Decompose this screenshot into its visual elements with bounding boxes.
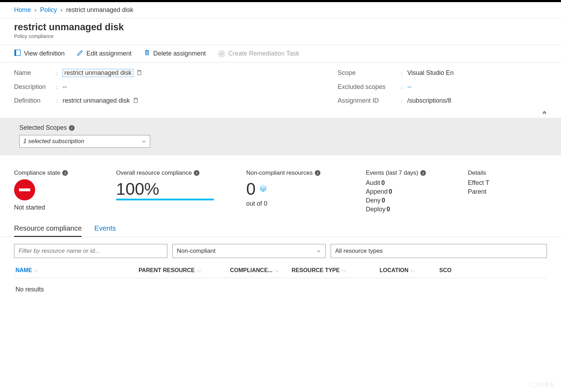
chevron-right-icon: › xyxy=(60,6,63,14)
event-append-count: Append0 xyxy=(366,188,447,195)
copy-icon[interactable] xyxy=(136,70,142,77)
event-audit-count: Audit0 xyxy=(366,179,447,187)
edit-assignment-button[interactable]: Edit assignment xyxy=(77,49,132,58)
view-definition-icon xyxy=(14,49,21,58)
chevron-right-icon: › xyxy=(34,6,37,14)
name-value: restrict unmanaged disk xyxy=(63,69,133,77)
remediation-icon xyxy=(218,50,225,58)
page-header: restrict unmanaged disk Policy complianc… xyxy=(0,18,561,45)
excluded-scopes-label: Excluded scopes xyxy=(338,83,401,91)
column-header-name[interactable]: NAME↑↓ xyxy=(15,267,139,274)
assignment-details: Name : restrict unmanaged disk Scope : V… xyxy=(0,63,561,118)
sort-icon: ↑↓ xyxy=(342,268,346,273)
noncompliant-subtitle: out of 0 xyxy=(246,200,345,207)
assignment-id-label: Assignment ID xyxy=(338,97,401,104)
chevron-down-icon xyxy=(316,249,321,253)
info-icon[interactable]: i xyxy=(194,170,199,176)
pencil-icon xyxy=(77,49,84,58)
chevron-down-icon xyxy=(141,139,146,144)
filter-compliance-dropdown[interactable]: Non-compliant xyxy=(172,244,326,258)
noncompliant-count: 0 xyxy=(246,179,256,199)
info-icon[interactable]: i xyxy=(69,125,75,131)
page-subtitle: Policy compliance xyxy=(14,33,547,39)
info-icon[interactable]: i xyxy=(62,170,68,176)
svg-rect-3 xyxy=(134,99,138,103)
resources-table: NAME↑↓ PARENT RESOURCE↑↓ COMPLIANCE...↑↓… xyxy=(0,258,561,301)
compliance-state-value: Not started xyxy=(14,204,95,211)
excluded-scopes-value[interactable]: -- xyxy=(407,83,412,91)
scope-value: Visual Studio En xyxy=(407,69,454,77)
column-header-scope[interactable]: SCO xyxy=(439,267,460,274)
svg-rect-2 xyxy=(138,71,141,75)
tabs-bar: Resource compliance Events xyxy=(0,221,561,237)
breadcrumb-policy-link[interactable]: Policy xyxy=(40,6,57,14)
filter-name-input[interactable] xyxy=(14,244,167,258)
definition-value: restrict unmanaged disk xyxy=(63,97,130,104)
breadcrumb-home-link[interactable]: Home xyxy=(14,6,31,14)
details-metric: Details Effect T Parent xyxy=(468,169,489,214)
detail-effect-type: Effect T xyxy=(468,179,489,187)
definition-label: Definition xyxy=(14,97,56,104)
table-empty-message: No results xyxy=(14,278,547,301)
column-header-parent[interactable]: PARENT RESOURCE↑↓ xyxy=(139,267,230,274)
compliance-state-metric: Compliance state i Not started xyxy=(14,169,95,214)
name-label: Name xyxy=(14,69,56,77)
create-remediation-button: Create Remediation Task xyxy=(218,50,299,58)
sort-icon: ↑↓ xyxy=(274,268,279,273)
view-definition-button[interactable]: View definition xyxy=(14,49,65,58)
description-label: Description xyxy=(14,83,56,91)
command-bar: View definition Edit assignment Delete a… xyxy=(0,45,561,63)
info-icon[interactable]: i xyxy=(315,170,320,176)
info-icon[interactable]: i xyxy=(420,170,426,176)
selected-scopes-dropdown[interactable]: 1 selected subscription xyxy=(19,135,150,148)
assignment-id-value: /subscriptions/8 xyxy=(407,97,451,104)
compliance-progress-bar xyxy=(116,199,214,200)
sort-icon: ↑↓ xyxy=(197,268,201,273)
column-header-location[interactable]: LOCATION↑↓ xyxy=(380,267,439,274)
column-header-type[interactable]: RESOURCE TYPE↑↓ xyxy=(292,267,380,274)
not-started-status-icon xyxy=(14,179,35,200)
sort-icon: ↑↓ xyxy=(34,268,38,273)
noncompliant-resources-metric: Non-compliant resources i 0 out of 0 xyxy=(246,169,345,214)
table-filters: Non-compliant All resource types xyxy=(0,237,561,258)
copy-icon[interactable] xyxy=(133,97,139,104)
overall-compliance-metric: Overall resource compliance i 100% xyxy=(116,169,225,214)
page-title: restrict unmanaged disk xyxy=(14,22,547,33)
column-header-compliance[interactable]: COMPLIANCE...↑↓ xyxy=(230,267,292,274)
collapse-chevron-icon[interactable] xyxy=(542,110,547,116)
breadcrumb-current: restrict unmanaged disk xyxy=(66,6,133,14)
tab-events[interactable]: Events xyxy=(94,221,116,237)
delete-assignment-button[interactable]: Delete assignment xyxy=(144,49,206,58)
detail-parent: Parent xyxy=(468,188,489,195)
selected-scopes-label: Selected Scopes i xyxy=(19,124,542,131)
events-metric: Events (last 7 days) i Audit0 Append0 De… xyxy=(366,169,447,214)
selected-scopes-section: Selected Scopes i 1 selected subscriptio… xyxy=(0,118,561,155)
svg-rect-1 xyxy=(15,50,16,56)
cube-icon xyxy=(259,185,267,193)
compliance-metrics: Compliance state i Not started Overall r… xyxy=(0,155,561,221)
breadcrumb: Home › Policy › restrict unmanaged disk xyxy=(0,2,561,18)
tab-resource-compliance[interactable]: Resource compliance xyxy=(14,221,82,237)
sort-icon: ↑↓ xyxy=(410,268,415,273)
event-deny-count: Deny0 xyxy=(366,197,447,204)
filter-resource-type-dropdown[interactable]: All resource types xyxy=(331,244,547,258)
scope-label: Scope xyxy=(338,69,401,77)
table-header-row: NAME↑↓ PARENT RESOURCE↑↓ COMPLIANCE...↑↓… xyxy=(14,263,547,278)
event-deploy-count: Deploy0 xyxy=(366,206,447,213)
overall-compliance-value: 100% xyxy=(116,179,225,199)
description-value: -- xyxy=(63,83,67,91)
trash-icon xyxy=(144,49,151,58)
